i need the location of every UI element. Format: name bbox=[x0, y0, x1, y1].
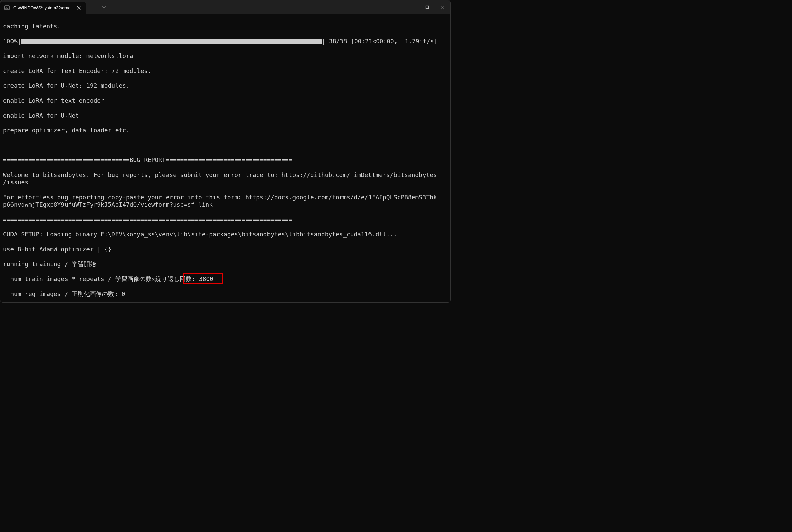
tab-active[interactable]: C:\WINDOWS\system32\cmd. bbox=[0, 2, 86, 14]
terminal-window: C:\WINDOWS\system32\cmd. bbox=[0, 0, 450, 303]
progress-fill bbox=[21, 38, 322, 44]
svg-rect-2 bbox=[426, 6, 428, 8]
output-line: ===================================BUG R… bbox=[3, 156, 447, 164]
new-tab-button[interactable] bbox=[86, 0, 98, 14]
output-line: For effortless bug reporting copy-paste … bbox=[3, 193, 447, 208]
close-button[interactable] bbox=[435, 0, 450, 14]
output-line: num train images * repeats / 学習画像の数×繰り返し… bbox=[3, 275, 447, 283]
cfg-train-images-label: num train images * repeats / 学習画像の数×繰り返し… bbox=[10, 275, 199, 282]
maximize-button[interactable] bbox=[419, 0, 435, 14]
progress-stats: 38/38 [00:21<00:00, 1.79it/s] bbox=[325, 38, 437, 44]
output-line: num reg images / 正則化画像の数: 0 bbox=[3, 290, 447, 298]
output-line: enable LoRA for U-Net bbox=[3, 112, 447, 119]
output-line bbox=[3, 141, 447, 149]
tab-title: C:\WINDOWS\system32\cmd. bbox=[13, 5, 72, 11]
output-line: running training / 学習開始 bbox=[3, 261, 447, 268]
output-line: import network module: networks.lora bbox=[3, 52, 447, 60]
progress-bar-line: 100%|| 38/38 [00:21<00:00, 1.79it/s] bbox=[3, 38, 447, 45]
output-line: CUDA SETUP: Loading binary E:\DEV\kohya_… bbox=[3, 231, 447, 238]
tab-dropdown-button[interactable] bbox=[98, 0, 110, 14]
window-controls bbox=[404, 0, 450, 14]
titlebar: C:\WINDOWS\system32\cmd. bbox=[0, 0, 450, 14]
minimize-button[interactable] bbox=[404, 0, 419, 14]
tab-close-button[interactable] bbox=[75, 4, 82, 12]
cfg-train-images-value: 3800 bbox=[199, 275, 213, 282]
svg-rect-0 bbox=[5, 6, 9, 10]
output-line: ========================================… bbox=[3, 216, 447, 223]
cmd-icon bbox=[4, 5, 10, 11]
output-line: use 8-bit AdamW optimizer | {} bbox=[3, 246, 447, 253]
progress-percent: 100% bbox=[3, 38, 18, 44]
output-line: create LoRA for U-Net: 192 modules. bbox=[3, 82, 447, 90]
titlebar-drag-region[interactable] bbox=[110, 0, 404, 14]
output-line: create LoRA for Text Encoder: 72 modules… bbox=[3, 67, 447, 75]
terminal-output[interactable]: caching latents. 100%|| 38/38 [00:21<00:… bbox=[0, 14, 450, 302]
output-line: Welcome to bitsandbytes. For bug reports… bbox=[3, 171, 447, 186]
cfg-reg-images: num reg images / 正則化画像の数: 0 bbox=[10, 290, 125, 297]
output-line: enable LoRA for text encoder bbox=[3, 97, 447, 104]
output-line: prepare optimizer, data loader etc. bbox=[3, 127, 447, 134]
output-line: caching latents. bbox=[3, 23, 447, 30]
